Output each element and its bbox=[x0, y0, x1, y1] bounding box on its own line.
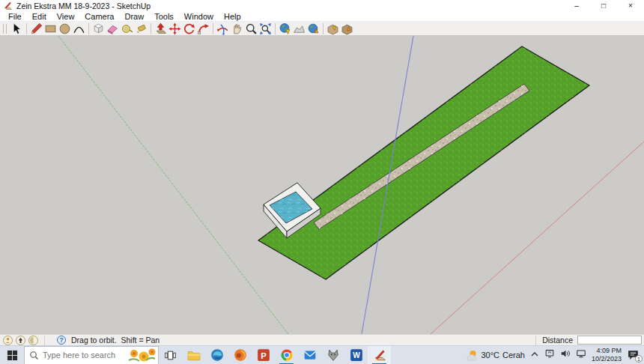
chevron-up-icon bbox=[530, 350, 539, 359]
get-models-button[interactable] bbox=[326, 22, 340, 36]
menu-edit[interactable]: Edit bbox=[27, 12, 52, 21]
model-canvas[interactable] bbox=[0, 36, 644, 334]
menu-draw[interactable]: Draw bbox=[119, 12, 149, 21]
tray-device-button[interactable] bbox=[544, 348, 555, 362]
weather-temperature: 30°C bbox=[481, 351, 499, 360]
taskbar-app-word[interactable]: W bbox=[344, 346, 368, 364]
toolbar-grip[interactable] bbox=[3, 24, 7, 34]
sign-in-icon bbox=[30, 337, 37, 344]
circle-tool-button[interactable] bbox=[58, 22, 72, 36]
make-component-button[interactable] bbox=[91, 22, 106, 36]
start-button[interactable] bbox=[0, 346, 24, 364]
cursor-icon bbox=[10, 22, 23, 35]
arc-tool-button[interactable] bbox=[72, 22, 86, 36]
help-button[interactable]: ? bbox=[57, 336, 66, 345]
taskbar-clock[interactable]: 4:09 PM 10/2/2023 bbox=[592, 347, 622, 363]
claim-credit-button[interactable] bbox=[16, 336, 25, 345]
tray-volume-button[interactable] bbox=[560, 348, 571, 362]
menu-help[interactable]: Help bbox=[219, 12, 246, 21]
menu-file[interactable]: File bbox=[3, 12, 27, 21]
rotate-tool-button[interactable] bbox=[182, 22, 196, 36]
rectangle-icon bbox=[44, 22, 57, 35]
paint-bucket-button[interactable] bbox=[134, 22, 148, 36]
notification-badge: 1 bbox=[635, 355, 643, 363]
toolbar bbox=[0, 22, 644, 36]
hidden-icons-button[interactable] bbox=[530, 348, 539, 362]
clock-date: 10/2/2023 bbox=[592, 355, 622, 363]
rotate-icon bbox=[183, 22, 195, 35]
search-input[interactable] bbox=[43, 347, 125, 364]
line-tool-button[interactable] bbox=[29, 22, 43, 36]
taskbar-app-wolf[interactable] bbox=[321, 346, 344, 364]
file-explorer-icon bbox=[187, 348, 201, 362]
orbit-tool-button[interactable] bbox=[216, 22, 230, 36]
search-icon bbox=[29, 351, 39, 360]
toolbar-separator bbox=[26, 23, 27, 34]
select-tool-button[interactable] bbox=[10, 22, 24, 36]
sketchup-logo-icon bbox=[4, 1, 13, 10]
tray-network-button[interactable] bbox=[576, 348, 586, 362]
taskbar-app-firefox[interactable] bbox=[228, 346, 252, 364]
distance-label: Distance bbox=[542, 336, 573, 345]
eraser-icon bbox=[106, 22, 119, 35]
grass-plane[interactable] bbox=[258, 46, 589, 279]
zoom-tool-button[interactable] bbox=[244, 22, 258, 36]
sketchup-taskbar-icon bbox=[373, 348, 386, 362]
menu-camera[interactable]: Camera bbox=[79, 12, 119, 21]
arc-icon bbox=[73, 22, 85, 35]
taskbar-app-mail[interactable] bbox=[298, 346, 321, 364]
follow-me-icon bbox=[197, 22, 210, 35]
menu-view[interactable]: View bbox=[52, 12, 80, 21]
share-model-button[interactable] bbox=[340, 22, 354, 36]
pan-tool-button[interactable] bbox=[230, 22, 244, 36]
taskbar-search[interactable] bbox=[24, 346, 159, 364]
weather-widget[interactable]: 30°C Cerah bbox=[466, 349, 525, 361]
taskbar-app-task-view[interactable] bbox=[159, 346, 182, 364]
taskbar-app-explorer[interactable] bbox=[182, 346, 205, 364]
follow-me-button[interactable] bbox=[196, 22, 210, 36]
grass-texture bbox=[258, 46, 589, 279]
sign-in-button[interactable] bbox=[28, 336, 38, 345]
move-tool-button[interactable] bbox=[168, 22, 182, 36]
photo-textures-button[interactable] bbox=[306, 22, 321, 36]
menu-tools[interactable]: Tools bbox=[149, 12, 179, 21]
warehouse-upload-icon bbox=[341, 22, 353, 35]
distance-input[interactable] bbox=[577, 336, 642, 345]
terrain-icon bbox=[293, 22, 306, 35]
status-bar: ? Drag to orbit. Shift = Pan Distance bbox=[0, 334, 644, 345]
minimize-button[interactable]: – bbox=[563, 0, 590, 11]
tape-measure-icon bbox=[121, 22, 133, 35]
taskbar-app-powerpoint[interactable]: P bbox=[252, 346, 275, 364]
menu-bar: File Edit View Camera Draw Tools Window … bbox=[0, 11, 644, 22]
geolocation-button[interactable] bbox=[3, 336, 13, 345]
geolocation-icon bbox=[4, 337, 11, 344]
weather-sun-cloud-icon bbox=[466, 349, 478, 361]
toolbar-separator bbox=[88, 23, 89, 34]
edge-icon bbox=[210, 348, 224, 362]
network-icon bbox=[576, 348, 586, 359]
taskbar-app-chrome[interactable] bbox=[275, 346, 298, 364]
taskbar-app-edge[interactable] bbox=[205, 346, 228, 364]
tape-measure-button[interactable] bbox=[120, 22, 134, 36]
viewport-3d[interactable] bbox=[0, 36, 644, 334]
toolbar-separator bbox=[275, 23, 276, 34]
toolbar-separator bbox=[213, 23, 213, 34]
toggle-terrain-button[interactable] bbox=[292, 22, 306, 36]
push-pull-button[interactable] bbox=[154, 22, 168, 36]
search-highlight-flowers-icon bbox=[125, 347, 158, 364]
eraser-tool-button[interactable] bbox=[106, 22, 120, 36]
restore-button[interactable]: □ bbox=[590, 0, 617, 11]
close-button[interactable]: × bbox=[617, 0, 644, 11]
zoom-extents-button[interactable] bbox=[258, 22, 273, 36]
action-center-button[interactable]: 1 bbox=[627, 348, 640, 362]
chrome-icon bbox=[280, 348, 294, 362]
taskbar-app-sketchup[interactable] bbox=[368, 346, 391, 364]
powerpoint-icon: P bbox=[257, 348, 270, 362]
window-title: Zein Ekstra MM 18-9-2023 - SketchUp bbox=[16, 1, 563, 10]
device-icon bbox=[544, 348, 555, 359]
menu-window[interactable]: Window bbox=[179, 12, 219, 21]
toolbar-separator bbox=[323, 23, 323, 34]
add-location-button[interactable] bbox=[278, 22, 292, 36]
taskbar: P W 30°C Cerah 4:09 PM 10/2/2023 1 bbox=[0, 345, 644, 364]
rectangle-tool-button[interactable] bbox=[43, 22, 58, 36]
